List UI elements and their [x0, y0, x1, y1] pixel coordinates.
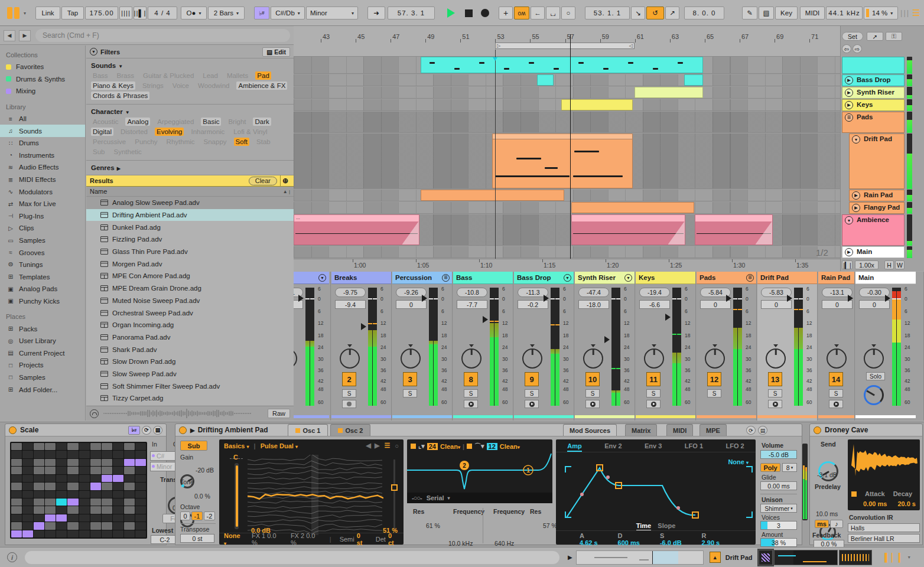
res1-value[interactable]: 61 %	[426, 522, 440, 529]
scale-grid-cell[interactable]	[56, 530, 67, 537]
character-tag-punchy[interactable]: Punchy	[133, 138, 159, 146]
scale-grid-cell[interactable]	[90, 530, 101, 537]
scale-grid-cell[interactable]	[113, 475, 123, 482]
track-activator[interactable]: 13	[768, 372, 782, 386]
scale-grid-cell[interactable]	[45, 451, 56, 458]
character-tag-stab[interactable]: Stab	[255, 138, 272, 146]
scale-grid-cell[interactable]	[56, 467, 67, 474]
scale-grid-cell[interactable]	[113, 522, 123, 529]
sub-button[interactable]: Sub	[180, 441, 207, 451]
sidebar-item-plug-ins[interactable]: ⊣Plug-Ins	[0, 210, 85, 223]
track-play-icon[interactable]: ▶	[845, 76, 853, 84]
scale-grid-cell[interactable]	[45, 483, 56, 490]
character-tag-dark[interactable]: Dark	[253, 118, 271, 126]
pan-knob[interactable]	[461, 348, 481, 369]
monitor-icon[interactable]	[829, 400, 843, 408]
result-item[interactable]: Glass Thin Pure Pad.adv	[86, 246, 294, 258]
droney-on-toggle[interactable]	[814, 426, 821, 434]
play-button[interactable]	[442, 6, 460, 19]
scale-grid-cell[interactable]	[11, 514, 22, 522]
sidebar-item-add-folder-[interactable]: ⊞Add Folder...	[0, 383, 85, 396]
sidebar-item-samples[interactable]: □Samples	[0, 372, 85, 384]
device-thumbnail-drift[interactable]	[774, 550, 838, 565]
arrangement-track-lane-main[interactable]	[294, 246, 840, 258]
result-item[interactable]: MPE Con Amore Pad.adg	[86, 270, 294, 282]
mixer-strip-drums[interactable]: Drums▼-9.31-9.060612182430364248601S	[294, 272, 331, 421]
filters-collapse-icon[interactable]: ▼	[90, 48, 97, 56]
scale-grid-cell[interactable]	[45, 506, 56, 513]
sidebar-item-samples[interactable]: ▭Samples	[0, 234, 85, 247]
scale-grid-cell[interactable]	[102, 498, 112, 506]
scale-grid-cell[interactable]	[90, 443, 101, 450]
track-fold-icon[interactable]: ▼	[852, 135, 860, 144]
character-tag-sub[interactable]: Sub	[91, 148, 106, 156]
arrangement-track-lane-synth-riser[interactable]	[294, 87, 840, 99]
scale-grid-cell[interactable]	[135, 498, 146, 506]
playhead[interactable]	[570, 34, 571, 259]
set-button[interactable]: Set	[842, 32, 863, 41]
track-header-ambience[interactable]: ▼Ambience	[842, 214, 905, 246]
scale-grid-cell[interactable]	[67, 530, 78, 537]
sidebar-item-packs[interactable]: ⊞Packs	[0, 322, 85, 335]
sounds-tag-bass[interactable]: Bass	[91, 71, 110, 80]
ir-file-select[interactable]: Berliner Hall LR	[848, 534, 920, 543]
track-header-rain-pad[interactable]: ▶Rain Pad	[849, 190, 905, 201]
scale-grid-cell[interactable]	[135, 443, 146, 450]
character-tag-analog[interactable]: Analog	[125, 118, 150, 126]
octave-minus2-button[interactable]: -2	[204, 511, 215, 520]
osc-level-slider[interactable]	[235, 463, 239, 529]
scale-grid-cell[interactable]	[90, 491, 101, 498]
track-activator[interactable]: 9	[525, 372, 539, 386]
glide-value[interactable]: 0.00 ms	[760, 481, 797, 490]
beat-time-ruler[interactable]: 434547495153555759616365676971	[294, 26, 840, 57]
scale-device-on-toggle[interactable]	[9, 426, 17, 434]
scale-grid-cell[interactable]	[67, 506, 78, 513]
filter2-on-toggle[interactable]	[467, 444, 472, 449]
sidebar-item-clips[interactable]: ▷Clips	[0, 222, 85, 234]
scale-grid-cell[interactable]	[22, 522, 33, 529]
mixer-strip-drift-pad[interactable]: Drift Pad-5.830606121824303642486013S	[757, 272, 818, 421]
drop-icon[interactable]: ▼	[624, 274, 632, 282]
character-tag-bright[interactable]: Bright	[226, 118, 248, 126]
solo-button[interactable]: S	[768, 389, 782, 397]
loop-start-field[interactable]: 53. 1. 1	[585, 6, 630, 19]
env-tab-env-2[interactable]: Env 2	[604, 441, 622, 452]
edit-filters-button[interactable]: ▤ Edit	[262, 47, 290, 57]
result-item[interactable]: Muted Noise Sweep Pad.adv	[86, 295, 294, 307]
result-item[interactable]: Morgen Pad.adv	[86, 258, 294, 270]
env-slope-tab[interactable]: Slope	[658, 522, 675, 529]
result-item[interactable]: Dunkel Pad.adg	[86, 221, 294, 233]
drift-transpose-value[interactable]: 0 st	[180, 534, 214, 543]
scale-grid-cell[interactable]	[135, 483, 146, 490]
unison-mode-select[interactable]: Shimmer▾	[760, 504, 797, 513]
mixer-strip-keys[interactable]: Keys-19.4-6.6606121824303642486011S	[636, 272, 696, 421]
scale-grid-cell[interactable]	[79, 498, 90, 506]
sounds-tag-piano-keys[interactable]: Piano & Keys	[91, 82, 135, 90]
sidebar-item-midi-effects[interactable]: ≣MIDI Effects	[0, 174, 85, 186]
loop-brace[interactable]: ▷◁	[495, 43, 635, 49]
monitor-icon[interactable]	[464, 400, 478, 408]
sounds-tag-brass[interactable]: Brass	[115, 71, 136, 80]
sidebar-item-instruments[interactable]: ◔Instruments	[0, 149, 85, 162]
scale-grid-cell[interactable]	[56, 506, 67, 513]
env-tab-lfo-2[interactable]: LFO 2	[726, 441, 744, 452]
tap-tempo-button[interactable]: Tap	[61, 6, 84, 19]
scale-grid-cell[interactable]	[113, 443, 123, 450]
track-play-icon[interactable]: ▶	[845, 89, 853, 97]
ir-decay-value[interactable]: 20.0 s	[897, 500, 916, 507]
track-activator[interactable]: 12	[707, 372, 721, 386]
hot-swap-icon[interactable]: ⟳	[142, 426, 151, 435]
scale-grid-cell[interactable]	[102, 514, 112, 522]
scale-grid-cell[interactable]	[22, 530, 33, 537]
freq2-value[interactable]: 640 Hz	[494, 540, 514, 547]
ir-category-select[interactable]: Halls	[848, 523, 920, 532]
sounds-tag-chords-phrases[interactable]: Chords & Phrases	[91, 92, 149, 100]
next-marker-button[interactable]: ⇨	[853, 44, 862, 53]
result-item[interactable]: MPE Dream Grain Drone.adg	[86, 282, 294, 295]
osc-fx2-value[interactable]: FX 2 0.0 %	[291, 532, 321, 546]
scale-grid-cell[interactable]	[135, 467, 146, 474]
result-item[interactable]: Shark Pad.adv	[86, 343, 294, 356]
filter1-circuit-menu[interactable]: Clean▾	[440, 443, 460, 450]
scale-grid-cell[interactable]	[67, 475, 78, 482]
meter-display-icon[interactable]: ▍▏▎	[885, 553, 906, 562]
